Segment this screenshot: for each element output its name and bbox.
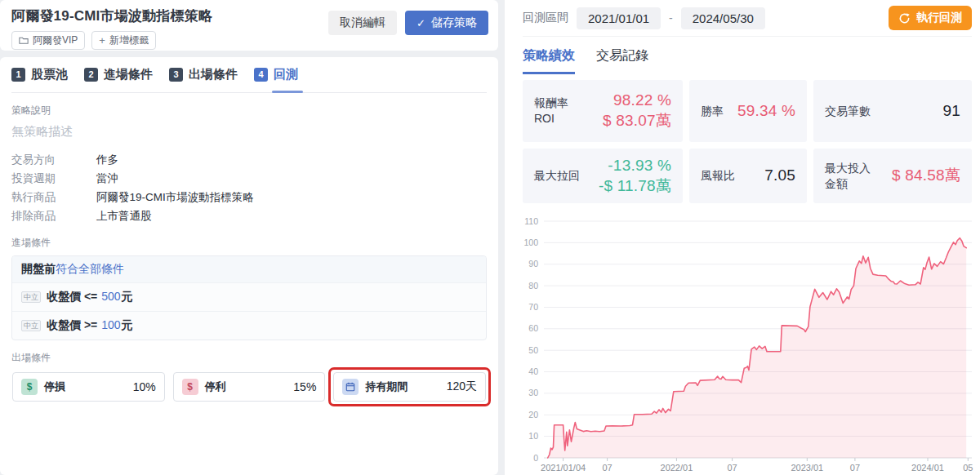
stat-card-roi: 報酬率ROI 98.22 %$ 83.07萬 bbox=[523, 80, 683, 142]
step-tab-exit[interactable]: 3 出場條件 bbox=[169, 57, 238, 92]
roi-percent: 98.22 % bbox=[603, 91, 671, 111]
folder-tag-label: 阿爾發VIP bbox=[33, 33, 78, 47]
tab-trade-records[interactable]: 交易記錄 bbox=[596, 47, 648, 74]
svg-text:30: 30 bbox=[528, 388, 538, 397]
detail-row-exclusion: 排除商品 上市普通股 bbox=[11, 206, 487, 225]
result-tabs: 策略績效 交易記錄 bbox=[523, 47, 972, 74]
end-date-field[interactable]: 2024/05/30 bbox=[681, 7, 765, 29]
step-tab-stock-pool[interactable]: 1 股票池 bbox=[11, 57, 68, 92]
backtest-panel: 回測區間 2021/01/01 - 2024/05/30 執行回測 策略績效 交… bbox=[505, 0, 980, 475]
backtest-range-bar: 回測區間 2021/01/01 - 2024/05/30 執行回測 bbox=[523, 0, 972, 37]
tag-row: 阿爾發VIP + 新增標籤 bbox=[11, 31, 212, 50]
svg-text:0: 0 bbox=[533, 453, 538, 463]
run-refresh-icon bbox=[898, 12, 911, 24]
svg-text:60: 60 bbox=[528, 323, 538, 333]
step-2-badge: 2 bbox=[84, 68, 98, 82]
save-strategy-button[interactable]: ✓ 儲存策略 bbox=[405, 11, 488, 35]
tab-strategy-performance[interactable]: 策略績效 bbox=[523, 47, 575, 74]
svg-text:07: 07 bbox=[850, 463, 860, 473]
svg-text:2024/01: 2024/01 bbox=[911, 463, 944, 473]
plus-icon: + bbox=[99, 34, 105, 47]
start-date-field[interactable]: 2021/01/01 bbox=[577, 7, 661, 29]
svg-text:70: 70 bbox=[528, 302, 538, 312]
stat-card-risk-reward: 風報比 7.05 bbox=[689, 149, 807, 203]
strategy-panel: 阿爾發19-CMI市場波動指標策略 阿爾發VIP + 新增標籤 取消編輯 ✓ bbox=[0, 0, 498, 475]
svg-text:10: 10 bbox=[528, 431, 538, 441]
strategy-header-card: 阿爾發19-CMI市場波動指標策略 阿爾發VIP + 新增標籤 取消編輯 ✓ bbox=[0, 0, 498, 51]
svg-text:100: 100 bbox=[523, 238, 538, 247]
folder-tag[interactable]: 阿爾發VIP bbox=[11, 31, 85, 50]
date-separator: - bbox=[669, 11, 673, 24]
entry-conditions-box: 開盤前符合全部條件 中立 收盤價 <=500元 中立 收盤價 >=100元 bbox=[11, 255, 487, 340]
performance-chart: 01020304050607080901001102021/01/0407202… bbox=[523, 210, 977, 473]
range-label: 回測區間 bbox=[523, 11, 568, 25]
holding-period-highlight-box: 持有期間 120天 bbox=[333, 372, 486, 402]
holding-period-card[interactable]: 持有期間 120天 bbox=[333, 372, 486, 402]
entry-section-label: 進場條件 bbox=[11, 236, 487, 250]
run-backtest-label: 執行回測 bbox=[916, 11, 962, 25]
step-3-badge: 3 bbox=[169, 68, 183, 82]
chart-area: 01020304050607080901001102021/01/0407202… bbox=[523, 210, 972, 473]
app-root: 阿爾發19-CMI市場波動指標策略 阿爾發VIP + 新增標籤 取消編輯 ✓ bbox=[0, 0, 980, 475]
svg-text:110: 110 bbox=[524, 216, 538, 226]
svg-text:80: 80 bbox=[528, 281, 538, 291]
svg-text:50: 50 bbox=[528, 345, 538, 355]
check-icon: ✓ bbox=[416, 17, 425, 29]
step-tab-backtest[interactable]: 4 回測 bbox=[254, 57, 298, 92]
strategy-title: 阿爾發19-CMI市場波動指標策略 bbox=[11, 7, 212, 25]
stat-card-max-drawdown: 最大拉回 -13.93 %-$ 11.78萬 bbox=[523, 149, 683, 203]
take-profit-card[interactable]: $ 停利 15% bbox=[173, 372, 326, 402]
detail-row-direction: 交易方向 作多 bbox=[11, 150, 487, 169]
header-actions: 取消編輯 ✓ 儲存策略 bbox=[328, 7, 488, 46]
description-label: 策略說明 bbox=[11, 104, 487, 118]
svg-text:40: 40 bbox=[528, 366, 538, 376]
entry-conditions-header: 開盤前符合全部條件 bbox=[12, 256, 486, 282]
svg-text:2021/01/04: 2021/01/04 bbox=[541, 463, 586, 473]
entry-condition-row[interactable]: 中立 收盤價 <=500元 bbox=[12, 282, 486, 311]
step-4-badge: 4 bbox=[254, 68, 268, 82]
neutral-badge: 中立 bbox=[21, 291, 41, 304]
strategy-detail-card: 1 股票池 2 進場條件 3 出場條件 4 回測 策略說明 無策略描述 bbox=[0, 57, 498, 475]
step-tab-entry[interactable]: 2 進場條件 bbox=[84, 57, 153, 92]
calendar-icon bbox=[342, 379, 359, 395]
add-tag-label: 新增標籤 bbox=[109, 33, 149, 47]
step-tabs: 1 股票池 2 進場條件 3 出場條件 4 回測 bbox=[11, 57, 487, 93]
exit-section-label: 出場條件 bbox=[11, 351, 487, 365]
svg-text:07: 07 bbox=[727, 463, 737, 473]
run-backtest-button[interactable]: 執行回測 bbox=[889, 6, 972, 30]
performance-stats-grid: 報酬率ROI 98.22 %$ 83.07萬 勝率 59.34 % 交易筆數 9… bbox=[523, 80, 972, 203]
svg-text:07: 07 bbox=[602, 463, 612, 473]
dollar-icon: $ bbox=[182, 379, 198, 395]
drawdown-amount: -$ 11.78萬 bbox=[599, 176, 671, 197]
exit-conditions-row: $ 停損 10% $ 停利 15% bbox=[11, 372, 487, 402]
cancel-edit-button[interactable]: 取消編輯 bbox=[328, 11, 397, 35]
add-tag-button[interactable]: + 新增標籤 bbox=[91, 31, 156, 50]
detail-row-instrument: 執行商品 阿爾發19-CMI市場波動指標策略 bbox=[11, 188, 487, 206]
roi-amount: $ 83.07萬 bbox=[603, 111, 671, 131]
description-placeholder: 無策略描述 bbox=[11, 124, 487, 140]
holding-period-value: 120天 bbox=[447, 380, 477, 394]
stat-card-trade-count: 交易筆數 91 bbox=[813, 80, 972, 142]
stat-card-max-investment: 最大投入金額 $ 84.58萬 bbox=[813, 149, 972, 203]
stat-card-win-rate: 勝率 59.34 % bbox=[689, 80, 807, 142]
svg-text:2023/01: 2023/01 bbox=[791, 463, 823, 473]
neutral-badge: 中立 bbox=[21, 320, 41, 332]
detail-row-period: 投資週期 當沖 bbox=[11, 169, 487, 188]
entry-condition-row[interactable]: 中立 收盤價 >=100元 bbox=[12, 311, 486, 340]
trade-count-value: 91 bbox=[942, 101, 960, 122]
step-1-badge: 1 bbox=[11, 68, 25, 82]
dollar-icon: $ bbox=[21, 379, 38, 395]
stop-loss-card[interactable]: $ 停損 10% bbox=[12, 372, 165, 402]
drawdown-percent: -13.93 % bbox=[599, 156, 671, 176]
svg-text:20: 20 bbox=[528, 410, 538, 420]
stop-loss-value: 10% bbox=[133, 380, 156, 393]
strategy-details: 交易方向 作多 投資週期 當沖 執行商品 阿爾發19-CMI市場波動指標策略 排… bbox=[11, 150, 487, 225]
svg-text:90: 90 bbox=[528, 259, 538, 269]
strategy-header-left: 阿爾發19-CMI市場波動指標策略 阿爾發VIP + 新增標籤 bbox=[11, 7, 212, 46]
match-all-conditions-link[interactable]: 符合全部條件 bbox=[56, 262, 124, 275]
save-strategy-label: 儲存策略 bbox=[431, 16, 477, 30]
take-profit-value: 15% bbox=[293, 380, 316, 393]
svg-text:2022/01: 2022/01 bbox=[661, 463, 693, 473]
folder-icon bbox=[19, 36, 29, 45]
svg-text:05: 05 bbox=[963, 463, 973, 473]
